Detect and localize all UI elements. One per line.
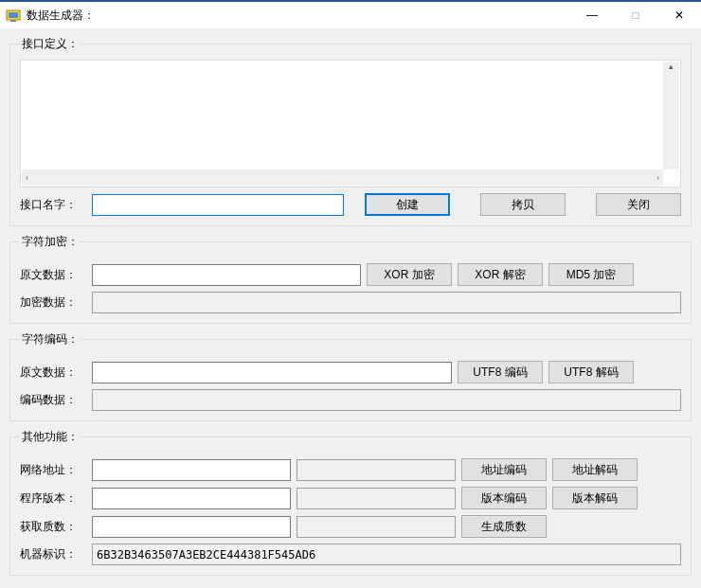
ver-decode-button[interactable]: 版本解码	[552, 487, 638, 509]
prime-input-1[interactable]	[92, 516, 291, 538]
interface-name-input[interactable]	[92, 194, 344, 216]
svg-rect-1	[9, 12, 18, 18]
ver-encode-button[interactable]: 版本编码	[461, 487, 547, 509]
encode-plain-label: 原文数据：	[20, 365, 86, 381]
utf8-encode-button[interactable]: UTF8 编码	[458, 361, 543, 383]
ver-input-1[interactable]	[92, 488, 291, 509]
svg-rect-2	[10, 20, 16, 22]
maximize-button: □	[614, 2, 657, 28]
interface-textarea[interactable]	[22, 62, 679, 186]
group-encode: 字符编码： 原文数据： UTF8 编码 UTF8 解码 编码数据：	[9, 331, 692, 421]
ver-input-2	[297, 488, 456, 509]
minimize-button[interactable]: —	[570, 2, 614, 28]
md5-encrypt-button[interactable]: MD5 加密	[548, 263, 634, 286]
scrollbar-horizontal[interactable]: ‹›	[22, 169, 663, 186]
group-encrypt-legend: 字符加密：	[20, 234, 81, 250]
machine-id-label: 机器标识：	[20, 546, 86, 562]
encode-result-label: 编码数据：	[20, 392, 86, 408]
scrollbar-vertical[interactable]	[663, 62, 679, 169]
create-button[interactable]: 创建	[365, 193, 450, 216]
addr-input-1[interactable]	[92, 459, 291, 481]
ver-label: 程序版本：	[20, 490, 86, 507]
group-other-legend: 其他功能：	[20, 429, 81, 445]
encrypt-result-label: 加密数据：	[20, 294, 86, 311]
xor-decrypt-button[interactable]: XOR 解密	[458, 263, 543, 286]
close-button[interactable]: 关闭	[596, 193, 681, 216]
group-interface: 接口定义： ‹› 接口名字： 创建 拷贝 关闭	[9, 36, 692, 226]
addr-label: 网络地址：	[20, 462, 86, 478]
machine-id-output	[92, 543, 681, 565]
prime-label: 获取质数：	[20, 519, 86, 535]
addr-decode-button[interactable]: 地址解码	[552, 458, 638, 481]
group-encode-legend: 字符编码：	[20, 331, 81, 347]
titlebar: 数据生成器： — □ ✕	[0, 0, 701, 28]
utf8-decode-button[interactable]: UTF8 解码	[548, 361, 634, 383]
interface-textarea-wrap: ‹›	[20, 60, 681, 187]
gen-prime-button[interactable]: 生成质数	[461, 515, 547, 538]
group-other: 其他功能： 网络地址： 地址编码 地址解码 程序版本： 版本编码 版本解码 获取…	[9, 429, 692, 576]
addr-input-2	[297, 459, 456, 481]
group-interface-legend: 接口定义：	[20, 36, 81, 52]
encode-result-output	[92, 389, 681, 411]
client-area: 接口定义： ‹› 接口名字： 创建 拷贝 关闭 字符加密： 原文数据： XOR …	[0, 28, 701, 588]
app-icon	[6, 8, 21, 23]
copy-button[interactable]: 拷贝	[480, 193, 566, 216]
prime-input-2	[297, 516, 456, 538]
interface-name-label: 接口名字：	[20, 197, 86, 213]
window-title: 数据生成器：	[27, 8, 570, 24]
encrypt-plain-label: 原文数据：	[20, 267, 86, 283]
close-window-button[interactable]: ✕	[657, 2, 701, 28]
encode-plain-input[interactable]	[92, 362, 452, 383]
xor-encrypt-button[interactable]: XOR 加密	[367, 263, 452, 286]
group-encrypt: 字符加密： 原文数据： XOR 加密 XOR 解密 MD5 加密 加密数据：	[9, 234, 692, 324]
addr-encode-button[interactable]: 地址编码	[461, 458, 547, 481]
encrypt-plain-input[interactable]	[92, 264, 361, 286]
encrypt-result-output	[92, 292, 681, 313]
